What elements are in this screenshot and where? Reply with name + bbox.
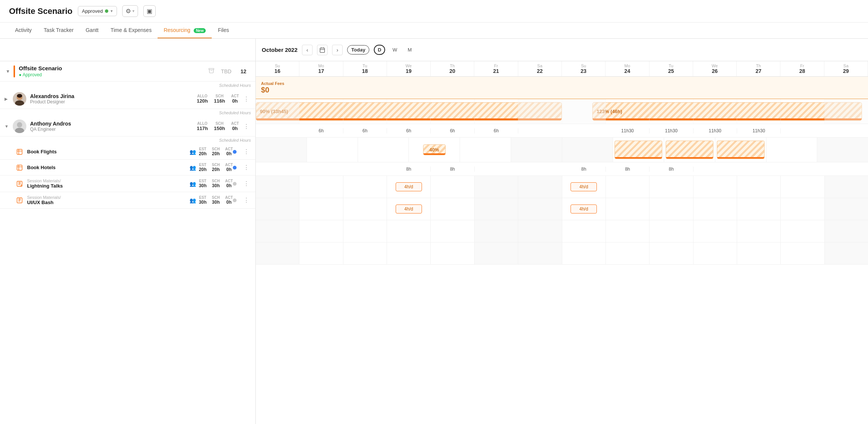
day-col-su-16: Su 16 bbox=[256, 61, 299, 76]
task-title-group-uiux: Session Materials/ UI/UX Bash bbox=[27, 195, 190, 205]
sch-col-anthony: SCH 150h bbox=[214, 121, 225, 131]
left-header-spacer bbox=[0, 39, 255, 61]
task-parent-uiux: Session Materials/ bbox=[27, 195, 190, 200]
tab-activity[interactable]: Activity bbox=[9, 23, 38, 38]
svg-rect-10 bbox=[17, 165, 22, 170]
panel-toggle-button[interactable]: ▣ bbox=[143, 5, 156, 17]
scheduled-hours-label-tasks: Scheduled Hours bbox=[0, 136, 255, 144]
gear-button[interactable]: ⚙ ▾ bbox=[122, 5, 138, 17]
hours-group-anthony: ALLO 117h SCH 150h ACT 0h bbox=[197, 121, 239, 131]
act-value-alexandros: 0h bbox=[232, 98, 238, 104]
svg-rect-13 bbox=[320, 48, 325, 52]
task-hours-uiux: EST 30h SCH 30h ACT 0h bbox=[199, 195, 233, 205]
scheduled-hours-label-1: Scheduled Hours bbox=[0, 82, 255, 89]
today-button[interactable]: Today bbox=[347, 45, 369, 55]
task-row-uiux-bash: Session Materials/ UI/UX Bash 👥 EST 30h … bbox=[0, 192, 255, 209]
more-button-flights[interactable]: ⋮ bbox=[242, 147, 251, 156]
avatar-anthony bbox=[13, 120, 26, 133]
book-hotels-cell-right: 4h/d bbox=[571, 204, 597, 214]
project-row: ▼ Offsite Scenario Approved TBD 12 bbox=[0, 61, 255, 82]
task-title-group-flights: Book Flights bbox=[27, 149, 190, 154]
day-col-th-20: Th 20 bbox=[431, 61, 474, 76]
member-role-alexandros: Product Designer bbox=[30, 99, 197, 104]
calendar-header-bar: October 2022 ‹ › Today D W M bbox=[256, 39, 868, 61]
task-hours-lightning: EST 30h SCH 30h ACT 0h bbox=[199, 179, 233, 188]
more-button-alexandros[interactable]: ⋮ bbox=[242, 94, 251, 103]
project-color-bar bbox=[14, 65, 15, 77]
more-button-lightning[interactable]: ⋮ bbox=[242, 179, 251, 188]
day-col-we-26: We 26 bbox=[693, 61, 737, 76]
project-status: Approved bbox=[19, 72, 208, 77]
status-dot-lightning bbox=[233, 182, 237, 186]
anthony-util-block: 40% bbox=[423, 144, 446, 155]
status-dot bbox=[105, 9, 108, 13]
more-button-hotels[interactable]: ⋮ bbox=[242, 163, 251, 172]
calendar-icon[interactable] bbox=[317, 45, 328, 55]
task-title-uiux: UI/UX Bash bbox=[27, 200, 190, 205]
member-util-row-alexandros: 90% (33h45) 123% (46h) bbox=[256, 99, 868, 124]
member-row-alexandros: ▶ Alexandros Jirina Product Designer bbox=[0, 89, 255, 109]
sch-value-alexandros: 116h bbox=[214, 98, 225, 104]
allo-col-alexandros: ALLO 120h bbox=[197, 94, 208, 104]
avatar-alexandros bbox=[13, 92, 26, 106]
task-parent-lightning: Session Materials/ bbox=[27, 179, 190, 183]
project-hours: 12 bbox=[240, 68, 246, 74]
panel-icon: ▣ bbox=[147, 8, 152, 14]
sch-label: SCH bbox=[215, 94, 223, 98]
task-hours-flights: EST 20h SCH 20h ACT 0h bbox=[199, 147, 233, 156]
calendar-body: Actual Fees $0 90% (33h45) bbox=[256, 77, 868, 265]
act-col-alexandros: ACT 0h bbox=[231, 94, 239, 104]
act-label: ACT bbox=[231, 94, 239, 98]
new-badge: New bbox=[194, 28, 206, 33]
task-icon-uiux-bash bbox=[15, 196, 24, 205]
tab-resourcing[interactable]: Resourcing New bbox=[158, 23, 212, 38]
more-button-anthony[interactable]: ⋮ bbox=[242, 122, 251, 131]
view-month-button[interactable]: M bbox=[405, 45, 415, 54]
task-icon-book-flights bbox=[15, 147, 24, 156]
svg-point-7 bbox=[17, 122, 22, 127]
cal-row-book-hotels: 4h/d 4h/d bbox=[256, 198, 868, 220]
actual-fees-row: Actual Fees $0 bbox=[256, 77, 868, 99]
member-row-anthony: ▼ Anthony Andros QA Engineer ALLO 117h S… bbox=[0, 117, 255, 136]
task-icon-lightning-talks bbox=[15, 179, 24, 188]
tab-task-tracker[interactable]: Task Tracker bbox=[38, 23, 79, 38]
sch-value-anthony: 150h bbox=[214, 126, 225, 131]
project-expand-button[interactable]: ▼ bbox=[5, 68, 11, 75]
task-title-hotels: Book Hotels bbox=[27, 165, 190, 170]
assign-icon-uiux: 👥 bbox=[190, 197, 196, 203]
member-expand-alexandros[interactable]: ▶ bbox=[5, 97, 11, 101]
view-week-button[interactable]: W bbox=[390, 45, 400, 54]
project-name: Offsite Scenario bbox=[19, 65, 208, 71]
month-label: October 2022 bbox=[262, 47, 297, 53]
actual-fees-label: Actual Fees bbox=[261, 81, 863, 86]
next-month-button[interactable]: › bbox=[332, 45, 343, 55]
cal-row-uiux-bash bbox=[256, 242, 868, 265]
day-columns-header: Su 16 Mo 17 Tu 18 We 19 Th 20 Fr 21 bbox=[256, 61, 868, 77]
sch-label-anthony: SCH bbox=[215, 121, 223, 126]
svg-point-5 bbox=[17, 94, 22, 98]
archive-icon[interactable] bbox=[208, 67, 215, 75]
anthony-hours-row: 8h 8h 8h 8h 8h bbox=[256, 162, 868, 176]
member-name-alexandros: Alexandros Jirina bbox=[30, 93, 197, 99]
anthony-util-row: 40% bbox=[256, 138, 868, 162]
task-row-lightning-talks: Session Materials/ Lightning Talks 👥 EST… bbox=[0, 176, 255, 192]
task-title-lightning: Lightning Talks bbox=[27, 183, 190, 189]
chevron-down-icon: ▾ bbox=[111, 9, 113, 14]
allo-value-anthony: 117h bbox=[197, 126, 208, 131]
more-button-uiux[interactable]: ⋮ bbox=[242, 196, 251, 205]
view-day-button[interactable]: D bbox=[374, 45, 385, 55]
tab-time-expenses[interactable]: Time & Expenses bbox=[105, 23, 158, 38]
main-container: ▼ Offsite Scenario Approved TBD 12 Sched… bbox=[0, 39, 868, 424]
tab-files[interactable]: Files bbox=[212, 23, 235, 38]
day-col-mo-17: Mo 17 bbox=[299, 61, 343, 76]
task-row-book-hotels: Book Hotels 👥 EST 20h SCH 20h ACT 0h ⋮ bbox=[0, 160, 255, 176]
svg-rect-0 bbox=[209, 68, 214, 70]
status-dot-hotels bbox=[233, 166, 237, 170]
tab-gantt[interactable]: Gantt bbox=[80, 23, 105, 38]
act-label-anthony: ACT bbox=[231, 121, 239, 126]
allo-col-anthony: ALLO 117h bbox=[197, 121, 208, 131]
prev-month-button[interactable]: ‹ bbox=[302, 45, 313, 55]
day-col-mo-24: Mo 24 bbox=[605, 61, 649, 76]
member-expand-anthony[interactable]: ▼ bbox=[5, 124, 11, 129]
status-badge[interactable]: Approved ▾ bbox=[78, 6, 117, 16]
